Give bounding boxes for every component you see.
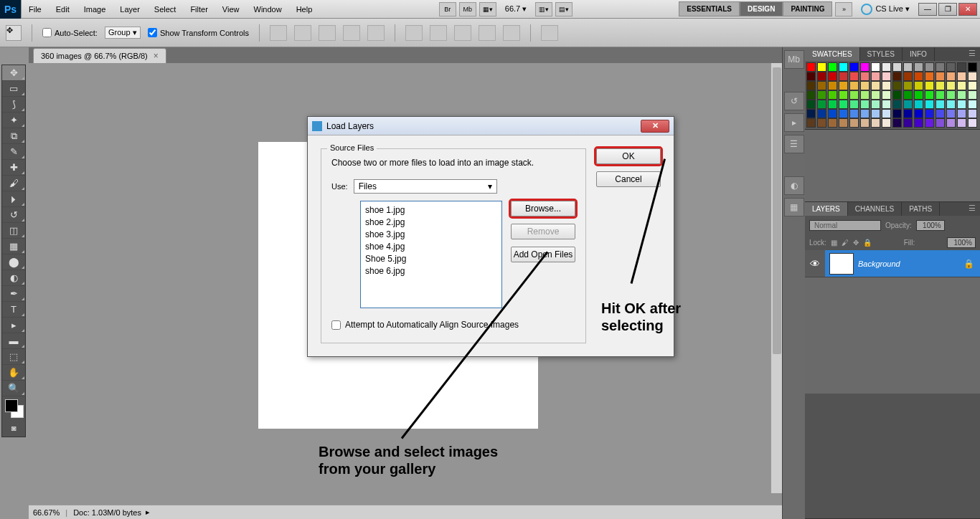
swatch[interactable] [882,62,891,72]
swatch[interactable] [849,72,859,81]
panel-tab-channels[interactable]: CHANNELS [848,202,902,216]
list-item[interactable]: shoe 3.jpg [365,229,497,241]
auto-align-checkbox[interactable]: Attempt to Automatically Align Source Im… [331,320,575,330]
swatch[interactable] [849,62,859,72]
swatch[interactable] [871,109,880,118]
swatch[interactable] [817,62,826,72]
swatch[interactable] [968,118,977,128]
panel-tab-info[interactable]: INFO [903,47,935,61]
visibility-icon[interactable]: 👁 [805,250,825,277]
vertical-scrollbar[interactable] [771,63,782,493]
window-maximize-button[interactable]: ❐ [938,3,957,16]
swatch[interactable] [892,100,902,109]
swatch[interactable] [817,81,826,90]
swatch[interactable] [925,109,934,118]
menu-edit[interactable]: Edit [49,0,77,19]
swatch[interactable] [914,90,923,100]
swatch[interactable] [968,81,977,90]
shape-tool[interactable]: ▬ [2,333,25,349]
screen-mode-button[interactable]: ▦▾ [479,2,496,16]
auto-select-mode-dropdown[interactable]: Group ▾ [105,27,141,39]
blend-mode-dropdown[interactable]: Normal [809,220,881,231]
swatch[interactable] [839,100,848,109]
swatch[interactable] [860,109,870,118]
list-item[interactable]: shoe 6.jpg [365,265,497,277]
swatch[interactable] [806,100,816,109]
swatch[interactable] [828,100,837,109]
swatch[interactable] [839,62,848,72]
swatch[interactable] [925,72,934,81]
swatch[interactable] [968,100,977,109]
swatch[interactable] [903,100,913,109]
stamp-tool[interactable]: ⏵ [2,191,25,207]
history-brush-tool[interactable]: ↺ [2,207,25,223]
doc-layout-button[interactable]: ▤▾ [555,2,573,16]
list-item[interactable]: shoe 4.jpg [365,241,497,253]
distribute-icon[interactable] [454,25,471,41]
list-item[interactable]: shoe 1.jpg [365,204,497,216]
workspace-more-button[interactable]: » [835,2,852,16]
swatch[interactable] [839,118,848,128]
menu-select[interactable]: Select [147,0,184,19]
swatch[interactable] [936,109,945,118]
swatch[interactable] [828,81,837,90]
minibridge-icon[interactable]: Mb [784,50,804,69]
swatch[interactable] [828,72,837,81]
hand-tool[interactable]: ✋ [2,365,25,381]
swatch[interactable] [860,118,870,128]
swatch[interactable] [914,118,923,128]
crop-tool[interactable]: ⧉ [2,128,25,144]
swatch[interactable] [849,81,859,90]
menu-file[interactable]: File [22,0,49,19]
swatch[interactable] [968,90,977,100]
menu-layer[interactable]: Layer [113,0,147,19]
swatch[interactable] [849,100,859,109]
swatch[interactable] [871,100,880,109]
swatch[interactable] [946,118,956,128]
panel-tab-swatches[interactable]: SWATCHES [805,47,860,61]
swatch[interactable] [871,118,880,128]
swatch[interactable] [936,81,945,90]
list-item[interactable]: Shoe 5.jpg [365,253,497,265]
swatch[interactable] [936,62,945,72]
minibridge-button[interactable]: Mb [459,2,476,16]
swatch[interactable] [925,62,934,72]
dialog-close-button[interactable]: ✕ [641,120,669,133]
swatch[interactable] [860,81,870,90]
swatch[interactable] [860,90,870,100]
lasso-tool[interactable]: ⟆ [2,97,25,113]
swatches-grid[interactable] [805,61,980,129]
dialog-titlebar[interactable]: Load Layers ✕ [308,117,674,135]
swatch[interactable] [903,81,913,90]
swatch[interactable] [892,81,902,90]
layer-row[interactable]: 👁 Background 🔒 [805,250,980,277]
workspace-tab-essentials[interactable]: ESSENTIALS [679,1,740,16]
menu-view[interactable]: View [215,0,247,19]
lock-brush-icon[interactable]: 🖌 [842,239,849,247]
opacity-input[interactable]: 100% [916,220,945,231]
swatch[interactable] [806,81,816,90]
menu-image[interactable]: Image [77,0,113,19]
fill-input[interactable]: 100% [947,237,976,248]
lock-move-icon[interactable]: ✥ [853,239,859,247]
gradient-tool[interactable]: ▦ [2,239,25,254]
swatch[interactable] [892,118,902,128]
doc-info[interactable]: Doc: 1.03M/0 bytes [73,508,141,517]
swatch[interactable] [871,62,880,72]
move-tool[interactable]: ✥ [2,65,25,81]
swatch[interactable] [936,100,945,109]
swatch[interactable] [882,109,891,118]
swatch[interactable] [892,109,902,118]
swatch[interactable] [946,100,956,109]
healing-tool[interactable]: ✚ [2,160,25,176]
properties-icon[interactable]: ☰ [784,135,804,153]
swatch[interactable] [914,72,923,81]
swatch[interactable] [817,100,826,109]
brushes-icon[interactable]: ◐ [784,176,804,195]
swatch[interactable] [903,62,913,72]
align-icon[interactable] [319,25,336,41]
swatch[interactable] [925,81,934,90]
swatch[interactable] [914,81,923,90]
swatch[interactable] [903,109,913,118]
swatch[interactable] [957,81,966,90]
